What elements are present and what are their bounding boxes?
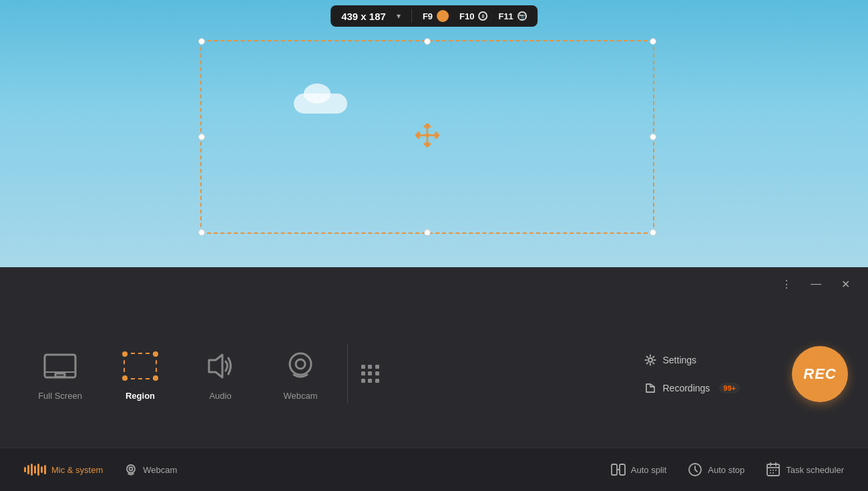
region-corner-tl	[122, 351, 128, 357]
move-icon[interactable]	[413, 121, 442, 154]
svg-point-8	[296, 359, 305, 369]
wave-bar	[27, 465, 29, 474]
grid-dot	[361, 371, 365, 375]
webcam-bottom-label: Webcam	[143, 465, 177, 475]
wave-bar	[24, 467, 26, 472]
f9-button[interactable]: F9	[423, 10, 449, 22]
right-menu: Settings Recordings 99+	[639, 351, 766, 397]
wave-bar	[44, 465, 46, 474]
recordings-badge: 99+	[719, 383, 740, 393]
bottom-panel: ⋮ — ✕ Full Screen	[0, 267, 868, 491]
settings-menu-item[interactable]: Settings	[639, 351, 746, 369]
recordings-label: Recordings	[663, 383, 710, 393]
auto-stop-label: Auto stop	[708, 465, 744, 475]
rec-label: REC	[803, 365, 836, 383]
task-scheduler-icon	[766, 462, 781, 477]
webcam-mode-label: Webcam	[283, 391, 317, 401]
auto-stop-icon	[688, 462, 702, 477]
toolbar-popup: 439 x 187 ▾ F9 F10 ⏸ F11 📷	[331, 5, 537, 27]
auto-split-icon	[611, 463, 626, 476]
waveform-icon	[24, 463, 46, 476]
auto-split-button[interactable]: Auto split	[600, 458, 677, 482]
webcam-bottom-icon	[124, 463, 138, 476]
handle-top-left[interactable]	[198, 38, 205, 45]
grid-dot	[361, 365, 365, 369]
handle-bottom-center[interactable]	[424, 229, 431, 236]
screenshot-icon: 📷	[517, 11, 527, 21]
region-size: 439 x 187	[341, 11, 386, 22]
task-scheduler-label: Task scheduler	[786, 465, 844, 475]
wave-bar	[31, 464, 33, 476]
f10-button[interactable]: F10 ⏸	[459, 11, 487, 21]
region-label: Region	[126, 391, 155, 401]
recordings-menu-item[interactable]: Recordings 99+	[639, 379, 746, 397]
region-corner-tr	[153, 351, 158, 357]
svg-point-2	[425, 134, 429, 138]
region-icon	[122, 348, 158, 384]
webcam-icon	[282, 348, 318, 384]
grid-dot	[375, 379, 379, 383]
svg-rect-13	[620, 464, 625, 475]
handle-bottom-right[interactable]	[650, 229, 656, 236]
svg-point-10	[127, 465, 135, 473]
chevron-down-icon[interactable]: ▾	[397, 11, 401, 21]
full-screen-label: Full Screen	[38, 391, 82, 401]
controls-area: Full Screen Region	[0, 301, 868, 448]
grid-dot	[361, 379, 365, 383]
selection-region[interactable]	[200, 40, 654, 234]
handle-middle-right[interactable]	[650, 134, 656, 140]
menu-dots-button[interactable]: ⋮	[777, 275, 796, 293]
grid-dot	[375, 371, 379, 375]
wave-bar	[41, 466, 43, 473]
handle-top-center[interactable]	[424, 38, 431, 45]
grid-dot	[368, 371, 372, 375]
grid-dot	[368, 365, 372, 369]
full-screen-mode-button[interactable]: Full Screen	[20, 337, 100, 411]
auto-split-label: Auto split	[631, 465, 666, 475]
audio-label: Audio	[209, 391, 231, 401]
region-corner-br	[153, 375, 158, 381]
svg-point-9	[648, 358, 652, 362]
rec-button[interactable]: REC	[792, 346, 848, 402]
handle-middle-left[interactable]	[198, 134, 205, 140]
full-screen-icon	[42, 348, 78, 384]
settings-label: Settings	[663, 355, 697, 365]
region-corner-bl	[122, 375, 128, 381]
close-button[interactable]: ✕	[836, 275, 855, 293]
webcam-bottom-button[interactable]: Webcam	[114, 458, 188, 482]
grid-button[interactable]	[361, 365, 380, 383]
webcam-mode-button[interactable]: Webcam	[260, 337, 341, 411]
title-bar: ⋮ — ✕	[0, 267, 868, 301]
audio-mode-button[interactable]: Audio	[180, 337, 260, 411]
region-mode-button[interactable]: Region	[100, 337, 180, 411]
pause-icon: ⏸	[478, 11, 487, 21]
svg-marker-6	[209, 355, 222, 377]
sky-background: 439 x 187 ▾ F9 F10 ⏸ F11 📷	[0, 0, 868, 267]
audio-icon	[202, 348, 238, 384]
svg-point-11	[130, 468, 133, 471]
wave-bar	[37, 464, 39, 476]
handle-top-right[interactable]	[650, 38, 656, 45]
mic-system-button[interactable]: Mic & system	[13, 458, 114, 482]
grid-dot	[375, 365, 379, 369]
divider	[411, 9, 412, 23]
task-scheduler-button[interactable]: Task scheduler	[755, 457, 855, 482]
minimize-button[interactable]: —	[807, 275, 825, 293]
handle-bottom-left[interactable]	[198, 229, 205, 236]
wave-bar	[34, 466, 36, 474]
auto-stop-button[interactable]: Auto stop	[677, 457, 755, 482]
vertical-divider	[347, 344, 348, 404]
mic-system-label: Mic & system	[51, 465, 103, 475]
bottom-bar: Mic & system Webcam Auto split	[0, 448, 868, 491]
svg-point-7	[290, 353, 311, 375]
f11-button[interactable]: F11 📷	[498, 11, 526, 21]
svg-rect-5	[55, 373, 65, 377]
grid-dot	[368, 379, 372, 383]
record-icon	[437, 10, 449, 22]
svg-rect-12	[612, 464, 617, 475]
